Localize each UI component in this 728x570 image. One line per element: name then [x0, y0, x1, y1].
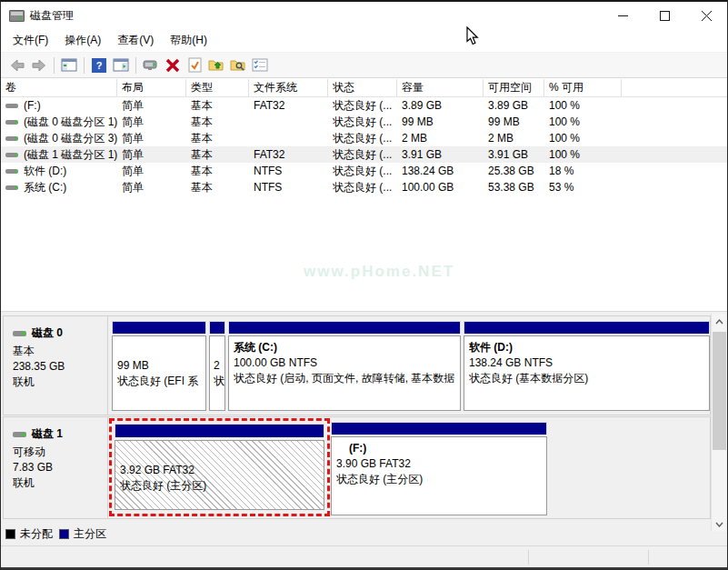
table-row[interactable]: 软件 (D:) 简单 基本 NTFS 状态良好 (... 138.24 GB 2…: [1, 163, 727, 179]
legend-primary-partition: 主分区: [59, 526, 106, 542]
volume-name: (磁盘 0 磁盘分区 3): [24, 131, 117, 146]
toolbar-separator: [54, 57, 55, 74]
help-icon[interactable]: ?: [88, 55, 110, 75]
volume-icon: [5, 185, 18, 190]
folder-search-icon[interactable]: [227, 55, 249, 75]
statusbar-divider: [648, 550, 649, 565]
disk-type: 基本: [13, 344, 104, 359]
menu-view[interactable]: 查看(V): [109, 29, 162, 52]
primary-partition-color-swatch: [59, 529, 69, 539]
table-row-selected[interactable]: (磁盘 1 磁盘分区 1) 简单 基本 FAT32 状态良好 (... 3.91…: [1, 146, 727, 163]
partition-efi[interactable]: 99 MB 状态良好 (EFI 系: [112, 321, 206, 411]
volume-icon: [5, 136, 18, 141]
partition-f[interactable]: (F:) 3.90 GB FAT32 状态良好 (主分区): [331, 422, 547, 515]
disk-size: 7.83 GB: [13, 460, 104, 475]
disk0-label-panel[interactable]: 磁盘 0 基本 238.35 GB 联机: [4, 316, 108, 415]
disk-size: 238.35 GB: [13, 359, 104, 375]
check-doc-icon[interactable]: [184, 55, 205, 75]
volume-list-pane: 卷 布局 类型 文件系统 状态 容量 可用空间 % 可用 (F:) 简单 基本 …: [1, 79, 727, 311]
disk-status: 联机: [13, 375, 104, 390]
col-filler: [622, 79, 727, 96]
col-capacity[interactable]: 容量: [397, 79, 484, 96]
back-icon[interactable]: [6, 55, 28, 75]
statusbar-divider: [528, 550, 529, 565]
disk-icon: [13, 331, 26, 336]
disk-icon: [13, 432, 26, 437]
disk-name: 磁盘 0: [32, 325, 63, 341]
legend-unallocated: 未分配: [5, 526, 53, 542]
col-volume[interactable]: 卷: [1, 79, 117, 96]
partition-d[interactable]: 软件 (D:) 138.24 GB NTFS 状态良好 (基本数据分区): [464, 321, 710, 411]
col-status[interactable]: 状态: [328, 79, 397, 96]
toolbar-separator: [84, 57, 85, 74]
volume-name: (磁盘 0 磁盘分区 1): [24, 115, 117, 130]
partition-type-band: [331, 422, 547, 435]
volume-icon: [5, 120, 18, 125]
window-title: 磁盘管理: [30, 8, 74, 24]
volume-name: 系统 (C:): [24, 180, 66, 195]
display-icon[interactable]: [140, 55, 162, 75]
partition-type-band: [112, 321, 206, 334]
toolbar-separator: [135, 57, 136, 74]
folder-up-icon[interactable]: [205, 55, 227, 75]
disk-name: 磁盘 1: [32, 426, 63, 442]
legend: 未分配 主分区: [5, 526, 106, 542]
svg-text:?: ?: [96, 60, 103, 71]
menubar: 文件(F) 操作(A) 查看(V) 帮助(H): [1, 29, 727, 53]
col-type[interactable]: 类型: [186, 79, 249, 96]
col-free-space[interactable]: 可用空间: [484, 79, 544, 96]
menu-file[interactable]: 文件(F): [5, 29, 56, 52]
disk-management-app-icon: [9, 10, 25, 22]
col-layout[interactable]: 布局: [117, 79, 186, 96]
partition-type-band: [115, 424, 324, 437]
partition-recovery[interactable]: 2 状: [209, 321, 225, 411]
disk0-group: 磁盘 0 基本 238.35 GB 联机 99 MB 状态良好 (EFI 系 2: [3, 315, 711, 415]
partition-c[interactable]: 系统 (C:) 100.00 GB NTFS 状态良好 (启动, 页面文件, 故…: [228, 321, 461, 411]
checklist-icon[interactable]: [249, 55, 271, 75]
scrollbar-thumb[interactable]: [713, 332, 726, 450]
forward-icon[interactable]: [28, 55, 50, 75]
volume-icon: [5, 104, 18, 108]
disk-type: 可移动: [13, 445, 104, 460]
minimize-button[interactable]: [602, 2, 643, 29]
col-filesystem[interactable]: 文件系统: [249, 79, 328, 96]
volume-name: 软件 (D:): [24, 164, 66, 179]
maximize-button[interactable]: [643, 2, 685, 29]
volume-name: (F:): [24, 99, 41, 112]
scroll-up-icon[interactable]: [712, 314, 727, 329]
console-tree-icon[interactable]: [58, 55, 80, 75]
disk-status: 联机: [13, 475, 104, 491]
partition-type-band: [228, 321, 461, 334]
menu-help[interactable]: 帮助(H): [162, 29, 215, 52]
partition-type-band: [209, 321, 225, 334]
table-row[interactable]: (磁盘 0 磁盘分区 1) 简单 基本 状态良好 (... 99 MB 99 M…: [1, 114, 727, 130]
table-row[interactable]: (磁盘 0 磁盘分区 3) 简单 基本 状态良好 (... 2 MB 2 MB …: [1, 130, 727, 146]
vertical-scrollbar[interactable]: [711, 314, 726, 532]
table-row[interactable]: 系统 (C:) 简单 基本 NTFS 状态良好 (... 100.00 GB 5…: [1, 179, 727, 195]
action-pane-icon[interactable]: [110, 55, 132, 75]
volume-icon: [5, 153, 18, 157]
disk1-group: 磁盘 1 可移动 7.83 GB 联机 3.92 GB FAT32 状态良好 (…: [3, 416, 711, 519]
volume-icon: [5, 169, 18, 174]
graphical-view-pane: 磁盘 0 基本 238.35 GB 联机 99 MB 状态良好 (EFI 系 2: [1, 311, 727, 545]
volume-name: (磁盘 1 磁盘分区 1): [24, 147, 117, 163]
statusbar: [1, 545, 727, 567]
table-row[interactable]: (F:) 简单 基本 FAT32 状态良好 (... 3.89 GB 3.89 …: [1, 97, 727, 114]
scroll-down-icon[interactable]: [712, 516, 727, 532]
delete-icon[interactable]: [162, 55, 184, 75]
table-header: 卷 布局 类型 文件系统 状态 容量 可用空间 % 可用: [1, 79, 727, 97]
toolbar: ?: [1, 53, 727, 78]
titlebar: 磁盘管理: [1, 2, 727, 29]
disk-management-window: 磁盘管理 文件(F) 操作(A) 查看(V) 帮助(H) ? 卷 布局: [0, 0, 728, 570]
partition-selected[interactable]: 3.92 GB FAT32 状态良好 (主分区): [109, 418, 330, 516]
unallocated-color-swatch: [5, 529, 15, 539]
partition-type-band: [464, 321, 710, 334]
disk1-label-panel[interactable]: 磁盘 1 可移动 7.83 GB 联机: [4, 417, 108, 518]
menu-action[interactable]: 操作(A): [56, 29, 109, 52]
close-button[interactable]: [685, 2, 727, 29]
col-pct-free[interactable]: % 可用: [544, 79, 622, 96]
